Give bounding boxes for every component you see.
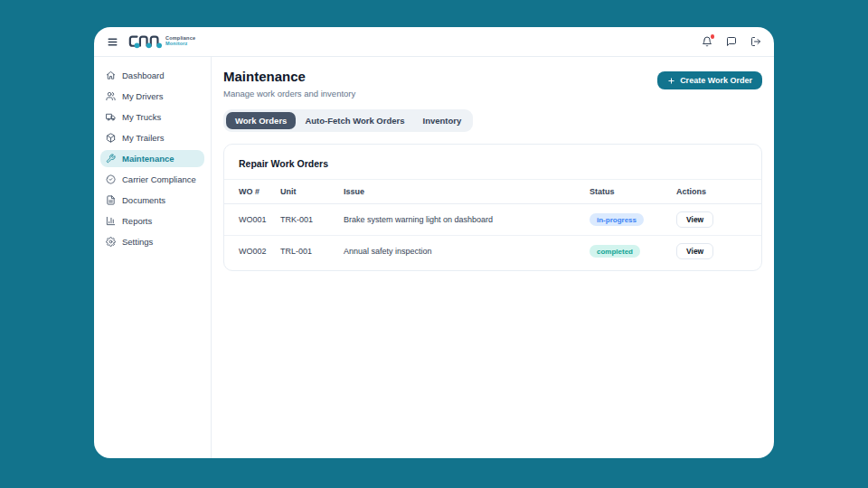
sidebar-item-settings[interactable]: Settings <box>100 233 204 250</box>
app-window: Compliance Monitorz Da <box>94 27 774 458</box>
logo-text-line2: Monitorz <box>165 42 195 47</box>
bar-chart-icon <box>106 216 116 226</box>
work-orders-table: WO # Unit Issue Status Actions WO001 TRK… <box>224 179 761 270</box>
main-content: Maintenance Manage work orders and inven… <box>212 57 774 458</box>
sidebar-item-maintenance[interactable]: Maintenance <box>100 150 204 167</box>
sidebar-item-label: Settings <box>122 237 153 247</box>
cell-unit: TRL-001 <box>280 236 344 271</box>
cell-issue: Brake system warning light on dashboard <box>344 204 590 236</box>
create-work-order-button[interactable]: Create Work Order <box>657 71 762 89</box>
chat-icon[interactable] <box>726 36 737 47</box>
table-header-row: WO # Unit Issue Status Actions <box>224 180 761 204</box>
menu-icon[interactable] <box>107 36 118 48</box>
tab-bar: Work Orders Auto-Fetch Work Orders Inven… <box>223 109 473 132</box>
page-subtitle: Manage work orders and inventory <box>223 89 355 99</box>
sidebar-item-label: My Drivers <box>122 91 163 101</box>
tab-work-orders[interactable]: Work Orders <box>226 112 296 129</box>
card-title: Repair Work Orders <box>224 145 761 179</box>
sidebar-item-my-trucks[interactable]: My Trucks <box>100 108 204 126</box>
page-title: Maintenance <box>223 69 355 84</box>
column-header-actions: Actions <box>676 180 761 204</box>
sidebar-item-label: Carrier Compliance <box>122 174 196 184</box>
column-header-issue: Issue <box>344 180 590 204</box>
sidebar-item-label: Documents <box>122 195 165 205</box>
logo-glyph-icon <box>127 34 162 50</box>
sidebar-item-carrier-compliance[interactable]: Carrier Compliance <box>100 171 204 188</box>
users-icon <box>106 91 116 101</box>
column-header-unit: Unit <box>280 180 344 204</box>
logout-icon[interactable] <box>750 36 761 47</box>
column-header-wo: WO # <box>224 180 280 204</box>
sidebar-item-label: Dashboard <box>122 70 164 80</box>
plus-icon <box>667 77 675 85</box>
gear-icon <box>106 237 116 247</box>
home-icon <box>106 70 116 80</box>
bell-icon[interactable] <box>702 36 712 47</box>
sidebar-item-label: My Trucks <box>122 112 161 122</box>
sidebar-item-label: My Trailers <box>122 133 164 143</box>
column-header-status: Status <box>590 180 676 204</box>
cell-unit: TRK-001 <box>280 204 344 236</box>
table-row: WO001 TRK-001 Brake system warning light… <box>224 204 761 236</box>
app-logo: Compliance Monitorz <box>127 34 195 50</box>
status-badge: completed <box>590 245 640 258</box>
sidebar-item-my-drivers[interactable]: My Drivers <box>100 88 204 105</box>
sidebar-item-dashboard[interactable]: Dashboard <box>100 67 204 84</box>
sidebar-item-reports[interactable]: Reports <box>100 212 204 230</box>
tab-auto-fetch-work-orders[interactable]: Auto-Fetch Work Orders <box>296 112 413 129</box>
status-badge: in-progress <box>590 213 644 226</box>
package-icon <box>106 133 116 143</box>
view-button[interactable]: View <box>676 243 713 259</box>
sidebar-item-documents[interactable]: Documents <box>100 192 204 209</box>
sidebar-item-my-trailers[interactable]: My Trailers <box>100 129 204 146</box>
sidebar: Dashboard My Drivers My Trucks My Traile… <box>94 57 212 458</box>
top-bar: Compliance Monitorz <box>94 27 774 57</box>
badge-check-icon <box>106 174 116 184</box>
sidebar-item-label: Reports <box>122 216 152 226</box>
cell-wo-number: WO001 <box>224 204 280 236</box>
table-row: WO002 TRL-001 Annual safety inspection c… <box>224 236 761 271</box>
sidebar-item-label: Maintenance <box>122 154 175 164</box>
repair-work-orders-card: Repair Work Orders WO # Unit Issue Statu… <box>223 144 762 271</box>
file-text-icon <box>106 195 116 205</box>
tab-inventory[interactable]: Inventory <box>414 112 471 129</box>
cell-issue: Annual safety inspection <box>344 236 590 271</box>
notification-dot <box>711 34 715 39</box>
view-button[interactable]: View <box>676 211 713 228</box>
truck-icon <box>106 112 116 122</box>
cell-wo-number: WO002 <box>224 236 280 271</box>
wrench-icon <box>106 154 116 164</box>
